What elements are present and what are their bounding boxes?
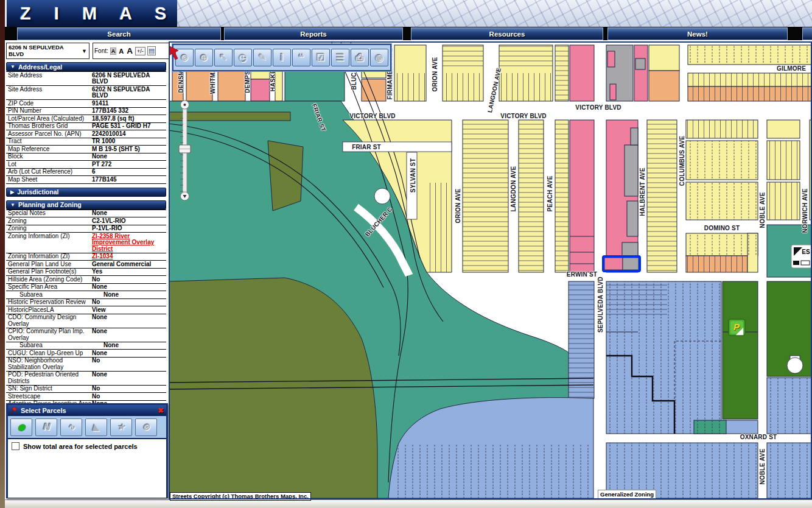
map-toolbar: ⊚ ⊕ ↖ ◷ ✎ i ❝ bbox=[172, 44, 391, 71]
select-parcels-titlebar[interactable]: Select Parcels ✖ bbox=[8, 405, 166, 415]
tool-icon: ⊗ bbox=[142, 422, 150, 432]
zoning-map-canvas[interactable] bbox=[169, 41, 812, 499]
info-row-label: Site Address bbox=[6, 72, 92, 85]
info-row-value[interactable]: ZI-1034 bbox=[92, 253, 166, 260]
font-adjust-button[interactable]: +/- bbox=[135, 47, 145, 55]
measure-icon[interactable]: ◷ bbox=[234, 49, 252, 66]
font-size-small-button[interactable]: A bbox=[110, 48, 117, 55]
select-freehand-tool[interactable]: ★ bbox=[110, 418, 132, 436]
info-row: General Plan Land Use General Commercial bbox=[6, 260, 166, 268]
info-row-value: None bbox=[92, 350, 166, 357]
font-size-large-button[interactable]: A bbox=[126, 46, 133, 55]
collapse-icon: ▼ bbox=[10, 64, 15, 69]
snapshot-camera-icon[interactable]: ◉ bbox=[370, 49, 388, 66]
map-tool-icon: ◉ bbox=[375, 52, 383, 63]
close-icon[interactable]: ✖ bbox=[158, 406, 164, 415]
select-curve-tool[interactable]: ∿ bbox=[60, 418, 82, 436]
section-title: Jurisdictional bbox=[17, 188, 58, 196]
collapse-icon: ▼ bbox=[10, 202, 15, 208]
info-row: Historic Preservation Review No bbox=[6, 298, 166, 306]
nav-tab[interactable]: Resources bbox=[411, 27, 603, 40]
section-jurisdictional[interactable]: ▶ Jurisdictional bbox=[6, 188, 166, 197]
clear-selection-tool[interactable]: ⊗ bbox=[135, 418, 157, 436]
font-label: Font: bbox=[94, 48, 108, 54]
info-row-value: 2242010014 bbox=[92, 131, 166, 138]
nav-tab[interactable]: Reports bbox=[224, 27, 403, 40]
map-tool-icon: ☑ bbox=[317, 52, 325, 63]
collapse-toolbar-arrow-icon[interactable] bbox=[169, 45, 181, 60]
pushpin-icon[interactable] bbox=[10, 407, 18, 414]
address-dropdown[interactable]: 6206 N SEPULVEDA BLVD ▼ bbox=[6, 43, 89, 59]
font-size-medium-button[interactable]: A bbox=[118, 48, 124, 55]
nav-tab-label: Reports bbox=[300, 30, 326, 38]
nav-tab-label: News! bbox=[687, 30, 708, 38]
select-polygon-tool[interactable]: ◣ bbox=[85, 418, 107, 436]
zimas-logo-text: Z I M A S bbox=[7, 4, 175, 24]
section-planning-zoning[interactable]: ▼ Planning and Zoning bbox=[6, 200, 166, 210]
info-row-label: PIN Number bbox=[6, 108, 92, 115]
tool-icon: N bbox=[43, 422, 51, 432]
info-row: Zoning Information (ZI) ZI-1034 bbox=[6, 253, 166, 261]
section-title: Address/Legal bbox=[18, 63, 62, 71]
info-row: Special Notes None bbox=[6, 210, 166, 217]
info-row-label: NSO: Neighborhood Stabilization Overlay bbox=[6, 358, 92, 370]
info-row: Map Sheet 177B145 bbox=[6, 175, 166, 184]
select-pointer-icon[interactable]: ↖ bbox=[214, 49, 233, 66]
nav-tab[interactable]: News! bbox=[607, 27, 788, 40]
compass-icon[interactable]: ⊕ bbox=[195, 49, 213, 66]
tool-icon: ● bbox=[17, 422, 25, 432]
info-row-label: Lot/Parcel Area (Calculated) bbox=[6, 116, 92, 122]
info-row: Zoning C2-1VL-RIO bbox=[6, 217, 166, 225]
print-icon[interactable]: ⎙ bbox=[351, 49, 369, 66]
info-row-value: No bbox=[92, 358, 166, 370]
info-row-value: PAGE 531 - GRID H7 bbox=[92, 123, 166, 130]
map-tool-icon: ⎙ bbox=[356, 52, 364, 63]
legend-list-icon[interactable]: ☰ bbox=[331, 49, 349, 66]
show-total-area-checkbox[interactable] bbox=[12, 442, 19, 450]
info-row-value: Yes bbox=[92, 269, 166, 275]
select-parcels-toolbar: ● N ∿ ◣ ★ bbox=[8, 415, 166, 439]
info-row-label: Hillside Area (Zoning Code) bbox=[6, 277, 92, 283]
info-row: HistoricPlacesLA View bbox=[6, 306, 166, 314]
address-legal-rows: Site Address 6206 N SEPULVEDA BLVD Site … bbox=[6, 71, 166, 184]
info-row-label: CUGU: Clean Up-Green Up bbox=[6, 350, 92, 357]
info-row-label: Block bbox=[6, 153, 92, 160]
info-row-label: Special Notes bbox=[6, 210, 92, 217]
select-point-tool[interactable]: ● bbox=[10, 418, 32, 436]
info-row: NSO: Neighborhood Stabilization Overlay … bbox=[6, 357, 166, 371]
draw-tools-icon[interactable]: ✎ bbox=[253, 49, 271, 66]
info-row-value: 177B145 bbox=[92, 177, 166, 183]
info-row-value: None bbox=[92, 314, 166, 327]
info-row-value: 6 bbox=[92, 169, 166, 175]
address-dropdown-value: 6206 N SEPULVEDA BLVD bbox=[9, 44, 63, 57]
chevron-down-icon[interactable]: ▼ bbox=[82, 48, 87, 55]
info-row-label: Zoning bbox=[6, 225, 92, 232]
panel-layout-icon[interactable]: ▤ bbox=[147, 46, 156, 55]
comment-bubble-icon[interactable]: ❝ bbox=[292, 49, 310, 66]
info-row-label: Assessor Parcel No. (APN) bbox=[6, 131, 92, 138]
info-row-value: None bbox=[103, 342, 166, 349]
info-row: Subarea None bbox=[6, 342, 166, 350]
map-tool-icon: ⊕ bbox=[200, 52, 208, 63]
tool-icon: ∿ bbox=[68, 422, 75, 432]
info-row-value[interactable]: ZI-2358 River Improvement Overlay Distri… bbox=[92, 233, 166, 253]
nav-tab[interactable]: Search bbox=[17, 27, 221, 40]
info-row-value: No bbox=[92, 393, 166, 400]
info-row: CUGU: Clean Up-Green Up None bbox=[6, 349, 166, 357]
select-parcels-title: Select Parcels bbox=[21, 407, 66, 414]
identify-info-icon[interactable]: i bbox=[273, 49, 291, 66]
info-row-value: View bbox=[92, 307, 166, 314]
nav-tab-partial[interactable] bbox=[802, 27, 812, 40]
info-row: SN: Sign District No bbox=[6, 385, 166, 393]
layers-checklist-icon[interactable]: ☑ bbox=[312, 49, 330, 66]
map-tool-icon: ☰ bbox=[336, 52, 345, 63]
section-address-legal[interactable]: ▼ Address/Legal bbox=[6, 62, 166, 71]
select-polyline-tool[interactable]: N bbox=[35, 418, 57, 436]
section-title: Planning and Zoning bbox=[18, 201, 82, 208]
info-row-value: None bbox=[92, 210, 166, 217]
info-row-value: None bbox=[92, 284, 166, 291]
info-row-value: P-1VL-RIO bbox=[92, 225, 166, 232]
info-row-value: C2-1VL-RIO bbox=[92, 218, 166, 225]
map-tool-icon: i bbox=[280, 52, 283, 63]
info-row: PIN Number 177B145 332 bbox=[6, 107, 166, 115]
